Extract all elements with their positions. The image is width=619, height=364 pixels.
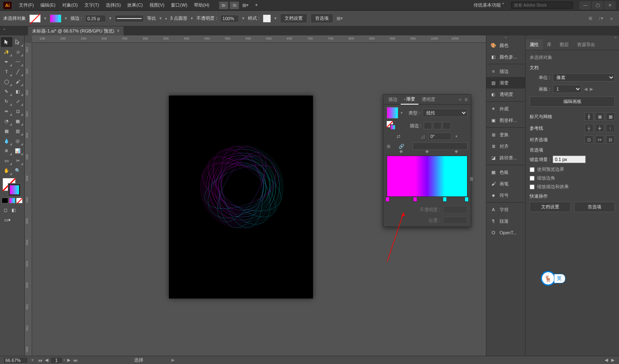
blend-tool[interactable]: ◎	[12, 136, 24, 146]
artboard-next-icon[interactable]: ▶	[590, 86, 593, 92]
opacity-input[interactable]	[220, 15, 239, 22]
document-tab[interactable]: 未标题-1.ai* @ 66.67% (RGB/GPU 预览) ×	[28, 26, 124, 35]
transform-icon[interactable]: ↕▾	[597, 15, 605, 22]
gradient-midpoint-3[interactable]	[454, 149, 458, 154]
scroll-left-icon[interactable]: ◀	[603, 357, 609, 363]
line-tool[interactable]: ╱	[12, 67, 24, 77]
menu-window[interactable]: 窗口(W)	[168, 2, 191, 8]
menu-view[interactable]: 视图(V)	[146, 2, 168, 8]
artboard-prev-icon[interactable]: ◀	[584, 86, 587, 92]
guides-lock-icon[interactable]: ┿	[595, 124, 604, 132]
quick-doc-setup-button[interactable]: 文档设置	[530, 202, 571, 212]
aspect-ratio-icon[interactable]: ⊞	[387, 144, 390, 149]
draw-behind-icon[interactable]: ◧	[10, 207, 17, 213]
panel-item-transparency[interactable]: ◐透明度	[486, 89, 525, 100]
document-tab-close[interactable]: ×	[117, 28, 119, 34]
panel-item-gradient[interactable]: ▥渐变	[486, 77, 525, 89]
toolbox-collapse-icon[interactable]: «	[3, 27, 9, 33]
style-swatch[interactable]	[263, 14, 271, 23]
symbol-sprayer-tool[interactable]: ✲	[1, 146, 12, 156]
gpu-icon[interactable]: ✦	[252, 2, 260, 9]
gradient-preview-swatch[interactable]	[387, 107, 398, 119]
menu-object[interactable]: 对象(O)	[59, 2, 81, 8]
panel-item-paragraph[interactable]: ¶段落	[486, 215, 525, 227]
scroll-right-icon[interactable]: ▶	[610, 357, 616, 363]
panel-expand-icon[interactable]: »	[457, 97, 463, 102]
stroke-width-input[interactable]	[85, 15, 106, 22]
delete-stop-icon[interactable]: 🗑	[470, 176, 474, 181]
panel-item-color-guide[interactable]: ◧颜色参...	[486, 51, 525, 63]
panel-item-palette[interactable]: 🎨颜色	[486, 40, 525, 51]
panel-item-character[interactable]: A字符	[486, 204, 525, 215]
prop-tab-libraries[interactable]: 库	[543, 40, 556, 50]
type-tool[interactable]: T	[1, 67, 12, 77]
perspective-tool[interactable]: ▦	[12, 116, 24, 126]
scale-tool[interactable]: ⤢	[12, 96, 24, 106]
stroke-align-3-icon[interactable]	[443, 122, 451, 129]
pen-tool[interactable]: ✒	[1, 57, 12, 67]
smart-guides-icon[interactable]: ⟊	[606, 124, 615, 132]
scale-corners-check[interactable]: 缩放边角	[530, 175, 615, 181]
prop-tab-properties[interactable]: 属性	[526, 40, 543, 50]
rectangle-tool[interactable]: ◯	[1, 77, 12, 86]
gradient-stop-2[interactable]	[413, 197, 417, 202]
panel-item-align[interactable]: ≣对齐	[486, 140, 525, 152]
snap-point-icon[interactable]: ↦	[595, 135, 604, 144]
selection-tool[interactable]	[1, 37, 12, 47]
eraser-tool[interactable]: ◧	[12, 86, 24, 96]
artboard-select[interactable]: 1	[553, 85, 582, 93]
search-stock-input[interactable]	[511, 2, 573, 9]
curvature-tool[interactable]: 〰	[12, 57, 24, 67]
ime-indicator[interactable]: 🦌 英	[541, 271, 565, 286]
panel-tab-stroke[interactable]: 描边	[385, 95, 401, 105]
gradient-editor-bar[interactable]	[387, 156, 467, 197]
menu-help[interactable]: 帮助(H)	[191, 2, 213, 8]
window-close[interactable]: ✕	[604, 1, 616, 9]
artboard-first-icon[interactable]: ⏮	[37, 357, 43, 363]
zoom-tool[interactable]: 🔍	[12, 166, 24, 175]
panel-item-pathfinder[interactable]: ◪路径查...	[486, 152, 525, 163]
use-preview-bounds-check[interactable]: 使用预览边界	[530, 166, 615, 173]
screen-mode-icon[interactable]: ▭▾	[2, 215, 12, 225]
fill-stroke-control[interactable]	[2, 178, 22, 196]
panel-item-symbols[interactable]: ♣符号	[486, 189, 525, 201]
color-mode-solid[interactable]	[2, 198, 8, 203]
gradient-midpoint-2[interactable]	[425, 149, 429, 154]
rotate-tool[interactable]: ↻	[1, 96, 12, 106]
fill-swatch[interactable]	[29, 14, 41, 23]
preferences-button[interactable]: 首选项	[311, 14, 333, 23]
lasso-tool[interactable]: ⊃	[12, 47, 24, 57]
panel-item-appearance[interactable]: ☀外观	[486, 103, 525, 114]
paintbrush-tool[interactable]: 🖌	[12, 77, 24, 86]
panel-tab-transparency[interactable]: 透明度	[418, 95, 439, 105]
free-transform-tool[interactable]: ⊡	[12, 106, 24, 116]
width-tool[interactable]: ⤃	[1, 106, 12, 116]
artboard-number-input[interactable]	[50, 357, 63, 364]
gradient-tool[interactable]: ▥	[12, 126, 24, 136]
panel-item-opentype[interactable]: OOpenT...	[486, 227, 525, 238]
ruler-icon[interactable]: ╂	[584, 112, 593, 121]
panel-item-graphic-styles[interactable]: ▣图形样...	[486, 114, 525, 126]
stroke-swatch[interactable]	[50, 14, 61, 23]
gradient-fillstroke-mini[interactable]	[387, 121, 396, 130]
menu-edit[interactable]: 编辑(E)	[37, 2, 59, 8]
gradient-midpoint-1[interactable]	[399, 149, 404, 154]
snap-pixel-icon[interactable]: ⊡	[584, 135, 593, 144]
zoom-input[interactable]	[3, 357, 28, 364]
color-mode-none[interactable]	[16, 198, 23, 203]
stroke-align-2-icon[interactable]	[433, 122, 441, 129]
artboard-tool[interactable]: ▭	[1, 156, 12, 166]
gradient-type-select[interactable]: 线性	[423, 109, 467, 117]
gradient-stop-1[interactable]	[385, 197, 390, 202]
arrange-icon[interactable]: ▦▾	[241, 2, 250, 9]
prop-tab-asset-export[interactable]: 资源导出	[573, 40, 599, 50]
panel-item-swatches[interactable]: ▦色板	[486, 166, 525, 178]
gradient-stop-4[interactable]	[465, 197, 469, 202]
window-maximize[interactable]: ▢	[592, 1, 603, 9]
panel-item-brushes[interactable]: 🖌画笔	[486, 178, 525, 189]
shape-builder-tool[interactable]: ◔	[1, 116, 12, 126]
panel-item-transform[interactable]: ⊞变换	[486, 129, 525, 140]
unit-select[interactable]: 像素	[553, 73, 615, 82]
panel-tab-gradient[interactable]: ◦渐变	[401, 95, 418, 105]
magic-wand-tool[interactable]: ✨	[1, 47, 12, 57]
